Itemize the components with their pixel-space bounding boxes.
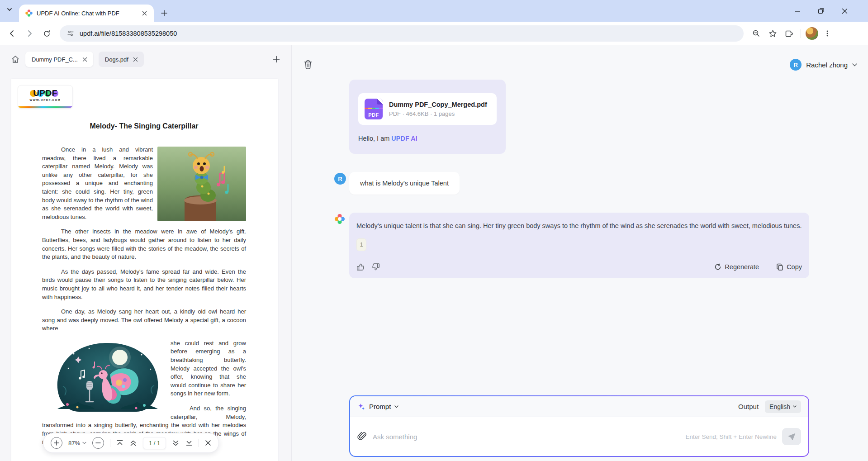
zoom-level-value: 87% [68,440,80,447]
toolbar-divider [199,439,199,447]
pdf-viewer-panel: Dummy PDF_C... Dogs.pdf UPDF [0,45,292,461]
ai-greeting-bubble: PDF Dummy PDF_Copy_Merged.pdf PDF · 464.… [349,80,506,154]
document-tab-close-icon[interactable] [132,56,139,63]
user-account-menu[interactable]: R Rachel zhong [790,59,857,71]
site-info-icon[interactable] [67,30,74,37]
home-icon[interactable] [11,55,20,64]
first-page-icon[interactable] [116,439,123,447]
greeting-text: Hello, I am [358,135,391,142]
toolbar-divider [110,439,110,447]
url-text: updf.ai/file/815833808535298050 [80,30,177,37]
next-page-icon[interactable] [172,439,180,447]
thumbs-up-icon[interactable] [356,263,365,271]
browser-tab[interactable]: UPDF AI Online: Chat with PDF [19,5,154,22]
browser-profile-avatar[interactable] [806,27,818,40]
logo-url: WWW.UPDF.COM [18,99,72,101]
ai-response-text: Melody's unique talent is that she can s… [356,221,802,231]
pdf-paragraph: One day, as Melody sang her heart out, a… [42,308,246,333]
pdf-paragraph: The other insects in the meadow were in … [42,228,246,261]
updf-logo: UPDF WWW.UPDF.COM [18,85,73,109]
extensions-icon[interactable] [782,26,796,41]
maximize-button[interactable] [816,5,826,16]
zoom-level-dropdown[interactable]: 87% [68,440,86,447]
pdf-body-text: Once in a lush and vibrant meadow, there… [42,146,246,447]
document-tab-label: Dogs.pdf [105,56,128,63]
updf-favicon-icon [25,10,33,17]
user-message-row: R what is Melody's unique Talent [334,172,809,195]
pdf-file-icon: PDF [365,99,383,119]
chevron-down-icon [852,63,857,67]
reload-icon[interactable] [39,26,54,41]
prev-page-icon[interactable] [129,439,137,447]
pdf-paragraph: As the days passed, Melody's fame spread… [42,268,246,301]
copy-button[interactable]: Copy [776,263,802,271]
file-meta: PDF · 464.6KB · 1 pages [389,110,487,117]
thumbs-down-icon[interactable] [372,263,380,271]
browser-toolbar: updf.ai/file/815833808535298050 [0,22,868,45]
zoom-in-icon[interactable] [51,437,62,449]
last-page-icon[interactable] [185,439,193,447]
chat-input-container: Prompt Output English [349,395,809,457]
browser-titlebar: UPDF AI Online: Chat with PDF [0,0,868,22]
close-window-button[interactable] [839,5,850,16]
regenerate-label: Regenerate [725,263,759,271]
updf-ai-avatar-icon [334,214,349,224]
bookmark-star-icon[interactable] [765,26,780,41]
ask-input[interactable] [373,433,686,441]
page-indicator: 1 / 1 [143,437,166,449]
copy-icon [776,263,783,271]
logo-text: UPDF [31,88,60,98]
document-tab-dummy-pdf[interactable]: Dummy PDF_C... [25,52,93,67]
chat-panel: R Rachel zhong PDF Dummy PDF_Copy_Merged… [292,45,868,461]
document-tabs-bar: Dummy PDF_C... Dogs.pdf [0,45,291,71]
brand-name: UPDF AI [391,135,417,142]
document-tab-dogs-pdf[interactable]: Dogs.pdf [99,52,144,67]
ai-message-row: Melody's unique talent is that she can s… [334,213,809,278]
zoom-page-icon[interactable] [749,26,764,41]
page-reference-badge[interactable]: 1 [356,238,366,251]
pdf-page: UPDF WWW.UPDF.COM Melody- The Singing Ca… [11,79,278,461]
chevron-down-icon [793,405,797,408]
chevron-down-icon [394,405,398,408]
zoom-out-icon[interactable] [92,437,104,449]
url-bar[interactable]: updf.ai/file/815833808535298050 [60,25,744,42]
caterpillar-image [157,147,246,221]
user-name: Rachel zhong [806,61,848,69]
regenerate-button[interactable]: Regenerate [714,263,759,271]
back-icon[interactable] [5,26,20,41]
browser-menu-dots-icon[interactable] [820,26,835,41]
browser-tab-title: UPDF AI Online: Chat with PDF [37,10,135,17]
user-message-bubble: what is Melody's unique Talent [349,172,460,195]
attached-file-card[interactable]: PDF Dummy PDF_Copy_Merged.pdf PDF · 464.… [358,93,497,125]
trash-icon[interactable] [304,60,313,70]
forward-icon[interactable] [22,26,37,41]
document-tab-label: Dummy PDF_C... [32,56,78,63]
file-name: Dummy PDF_Copy_Merged.pdf [389,101,487,108]
chat-messages: PDF Dummy PDF_Copy_Merged.pdf PDF · 464.… [334,80,809,278]
attach-file-icon[interactable] [357,432,366,442]
sparkle-icon [357,403,365,411]
tab-search-chevron-icon[interactable] [6,6,13,13]
add-document-button[interactable] [270,53,282,65]
regenerate-icon [714,263,721,271]
butterfly-image [51,341,164,413]
prompt-label: Prompt [369,403,391,410]
send-button[interactable] [782,428,801,445]
close-viewer-icon[interactable] [205,440,211,446]
prompt-dropdown[interactable]: Prompt [357,403,398,411]
output-language-dropdown[interactable]: English [765,400,801,413]
tab-close-icon[interactable] [139,8,149,18]
pdf-viewer-toolbar: 87% 1 / 1 [43,433,219,453]
toolbar-divider [801,29,801,38]
minimize-button[interactable] [792,5,803,16]
output-label: Output [738,403,759,410]
output-language-value: English [769,403,790,410]
new-tab-button[interactable] [159,8,169,18]
document-tab-close-icon[interactable] [81,56,89,63]
copy-label: Copy [787,263,802,271]
logo-rainbow-bar [18,106,72,108]
ai-response-bubble: Melody's unique talent is that she can s… [349,213,809,278]
user-avatar: R [334,173,346,185]
send-hint: Enter Send; Shift + Enter Newline [686,433,777,440]
pdf-document-title: Melody- The Singing Caterpillar [42,122,246,130]
